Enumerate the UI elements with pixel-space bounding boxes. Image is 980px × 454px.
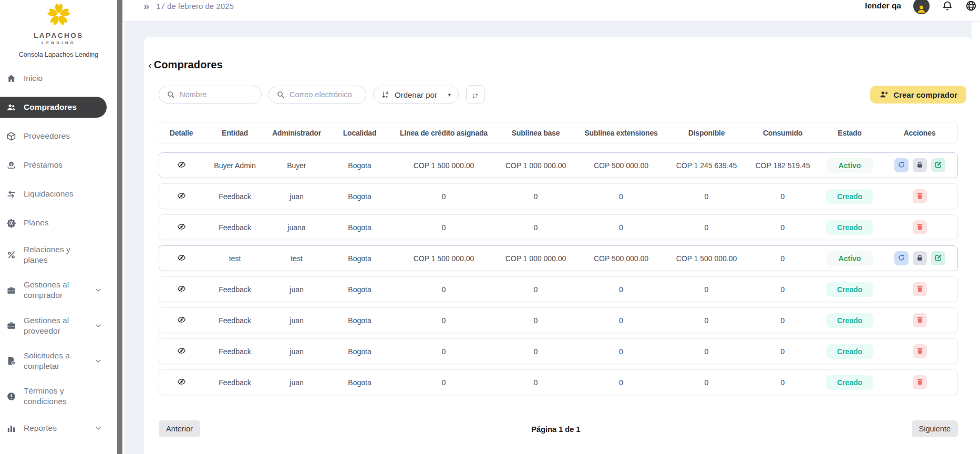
view-detail-button[interactable] [177,253,186,264]
cell-entidad: Feedback [203,223,266,232]
sidebar-item-reportes[interactable]: Reportes [0,418,107,439]
main-area: » 17 de febrero de 2025 lender qa [125,0,980,454]
delete-buyer-button[interactable] [913,375,927,389]
sidebar-item-label: Términos y condiciones [24,386,94,407]
sidebar-item-gestiones-al-comprador[interactable]: Gestiones al comprador [0,276,107,304]
sidebar-scrollbar-thumb[interactable] [117,0,122,454]
cell-linea-credito: 0 [393,347,495,356]
edit-buyer-button[interactable] [931,251,945,265]
swap-icon [6,189,17,199]
lock-buyer-button[interactable] [913,251,927,265]
actions-cell [881,313,958,327]
cell-sublinea-ext: COP 500 000.00 [576,254,666,263]
info-icon [6,391,17,401]
view-detail-button[interactable] [177,191,186,202]
cell-administrador: juan [266,347,327,356]
cell-localidad: Bogota [327,161,393,170]
email-search-field[interactable] [269,86,366,104]
sidebar-item-liquidaciones[interactable]: Liquidaciones [0,183,107,204]
cell-entidad: Buyer Admin [203,161,266,170]
next-page-button[interactable]: Siguiente [912,420,958,437]
refresh-icon [898,161,905,170]
language-globe-icon[interactable] [965,0,977,12]
column-header-entidad: Entidad [203,129,266,137]
view-detail-button[interactable] [177,284,186,295]
window-scrollbar[interactable] [972,22,980,454]
cell-entidad: Feedback [203,316,266,325]
search-icon [167,90,175,99]
back-chevron-icon[interactable]: ‹ [148,60,152,70]
delete-buyer-button[interactable] [913,282,927,296]
previous-page-button[interactable]: Anterior [159,420,200,437]
sidebar-item-label: Reportes [24,423,87,434]
sidebar-scrollbar[interactable] [117,0,125,454]
cell-localidad: Bogota [327,192,393,201]
sidebar-expand-icon[interactable]: » [143,1,149,11]
page-indicator: Página 1 de 1 [200,425,912,434]
sidebar-item-planes[interactable]: Planes [0,212,107,233]
delete-buyer-button[interactable] [913,344,927,358]
name-search-field[interactable] [159,86,262,104]
cell-administrador: Buyer [266,161,327,170]
delete-buyer-button[interactable] [913,313,927,327]
eye-icon [177,346,186,357]
cell-sublinea-base: 0 [495,192,576,201]
name-search-input[interactable] [180,90,254,99]
delete-buyer-button[interactable] [913,189,927,203]
view-detail-button[interactable] [177,315,186,326]
sort-direction-button[interactable]: ↓↑ [466,85,485,104]
doc-check-icon [6,356,17,366]
sidebar-item-label: Préstamos [24,160,94,170]
estado-cell: Activo [818,158,881,173]
cell-consumido: 0 [747,192,818,201]
create-buyer-button[interactable]: Crear comprador [870,86,966,104]
pagination: Anterior Página 1 de 1 Siguiente [159,420,958,437]
sidebar-item-prestamos[interactable]: $Préstamos [0,154,107,176]
edit-buyer-button[interactable] [931,158,945,172]
eye-icon [177,222,186,233]
sort-by-dropdown[interactable]: A z Ordenar por ▾ [373,86,459,104]
detail-cell [159,377,203,388]
cell-disponible: 0 [666,192,747,201]
view-detail-button[interactable] [177,346,186,357]
create-buyer-label: Crear comprador [893,90,957,99]
sidebar-item-gestiones-al-proveedor[interactable]: Gestiones al proveedor [0,312,107,339]
view-detail-button[interactable] [177,160,186,171]
chevron-down-icon [94,322,102,330]
cell-sublinea-base: 0 [495,316,576,325]
users-icon [6,102,17,112]
refresh-icon [898,254,905,263]
current-date: 17 de febrero de 2025 [156,2,234,11]
cell-consumido: 0 [747,316,818,325]
refresh-credit-line-button[interactable] [894,158,909,172]
cell-entidad: Feedback [203,378,266,387]
notifications-bell-icon[interactable] [942,0,953,12]
cell-sublinea-ext: 0 [576,378,666,387]
delete-buyer-button[interactable] [913,220,927,234]
view-detail-button[interactable] [177,377,186,388]
refresh-credit-line-button[interactable] [894,251,909,265]
sidebar-item-compradores[interactable]: Compradores [0,97,107,118]
cell-consumido: 0 [747,285,818,294]
sidebar-item-label: Liquidaciones [24,189,94,199]
cell-administrador: test [266,254,327,263]
sidebar-item-proveedores[interactable]: Proveedores [0,126,107,147]
sidebar-item-terminos-y-condiciones[interactable]: Términos y condiciones [0,383,107,410]
cell-disponible: 0 [666,285,747,294]
svg-text:A: A [386,91,389,95]
sidebar-item-inicio[interactable]: Inicio [0,68,107,89]
user-avatar[interactable] [913,0,930,14]
chart-icon [6,424,17,434]
sidebar-item-solicitudes-a-completar[interactable]: Solicitudes a completar [0,347,107,375]
trash-icon [916,223,924,232]
sidebar-item-label: Inicio [24,73,94,84]
chevron-down-icon [94,286,102,294]
email-search-input[interactable] [290,90,358,99]
sidebar-item-relaciones-y-planes[interactable]: Relaciones y planes [0,241,107,269]
view-detail-button[interactable] [177,222,186,233]
cell-sublinea-base: 0 [495,378,576,387]
sidebar-item-label: Proveedores [24,131,94,141]
lock-buyer-button[interactable] [913,158,927,172]
estado-cell: Activo [818,251,881,266]
eye-icon [177,160,186,171]
